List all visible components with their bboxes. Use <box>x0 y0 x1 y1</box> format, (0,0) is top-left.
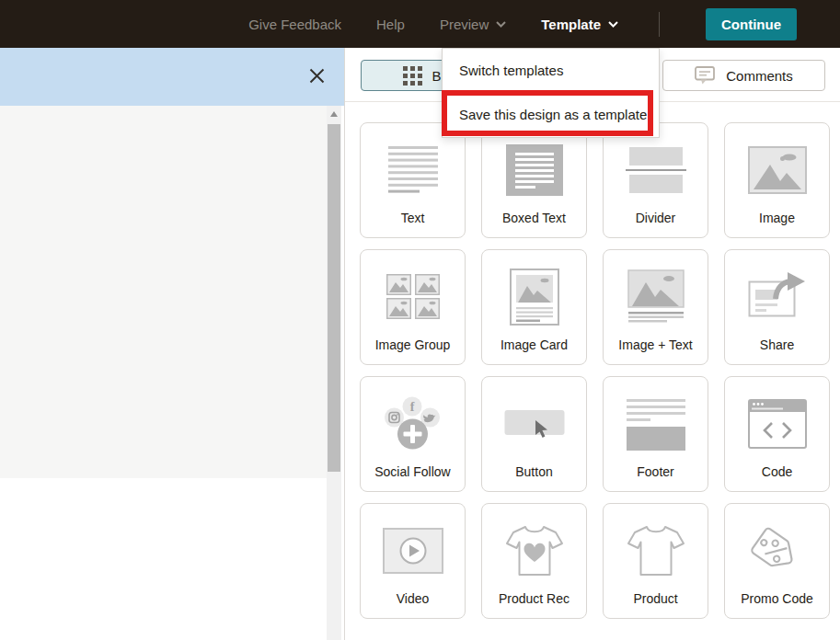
menu-item-label: Save this design as a template <box>459 107 647 122</box>
block-tile-button[interactable]: Button <box>481 376 587 492</box>
block-tile-label: Video <box>397 591 430 606</box>
block-tile-label: Boxed Text <box>502 211 566 225</box>
product-icon <box>604 504 708 591</box>
template-menu-button[interactable]: Template <box>541 17 618 32</box>
block-tile-image-text[interactable]: Image + Text <box>603 249 708 365</box>
preview-label: Preview <box>440 17 489 32</box>
topbar-nav: Give Feedback Help Preview Template <box>248 17 618 32</box>
give-feedback-label: Give Feedback <box>248 17 341 32</box>
image-card-icon <box>482 250 586 337</box>
block-tile-share[interactable]: Share <box>724 249 830 365</box>
block-tile-video[interactable]: Video <box>360 503 466 619</box>
grid-icon <box>403 66 422 86</box>
comment-icon <box>695 66 717 86</box>
block-tile-label: Image Group <box>375 337 451 352</box>
block-tile-label: Share <box>760 337 794 352</box>
block-tile-label: Code <box>762 464 792 479</box>
scrollbar-thumb[interactable] <box>328 124 340 472</box>
help-link[interactable]: Help <box>376 17 405 32</box>
image-plus-text-icon <box>604 250 708 337</box>
image-icon <box>725 123 829 211</box>
email-canvas <box>0 106 327 478</box>
code-icon <box>725 377 829 464</box>
image-group-icon <box>361 250 465 337</box>
topbar: Give Feedback Help Preview Template Cont… <box>0 0 840 48</box>
product-rec-icon <box>482 504 586 591</box>
block-tile-product-rec[interactable]: Product Rec <box>481 503 587 619</box>
scroll-up-arrow-icon <box>330 111 338 117</box>
notification-banner <box>0 48 344 106</box>
block-tile-label: Image Card <box>501 337 568 352</box>
scrollbar[interactable] <box>327 106 341 640</box>
tab-comments-label: Comments <box>726 68 793 84</box>
close-icon[interactable] <box>309 68 325 84</box>
topbar-divider <box>659 12 660 37</box>
block-tile-divider[interactable]: Divider <box>603 122 708 238</box>
menu-item-switch-templates[interactable]: Switch templates <box>443 49 659 92</box>
block-tile-image-card[interactable]: Image Card <box>481 249 587 365</box>
block-tile-boxed-text[interactable]: Boxed Text <box>481 122 587 238</box>
block-tile-label: Product <box>633 591 677 606</box>
preview-menu-button[interactable]: Preview <box>440 17 506 32</box>
design-preview-pane <box>0 48 344 640</box>
button-icon <box>482 377 586 464</box>
continue-button[interactable]: Continue <box>706 8 797 40</box>
block-tile-label: Product Rec <box>499 591 570 606</box>
block-tile-social-follow[interactable]: fSocial Follow <box>360 376 466 492</box>
block-tile-code[interactable]: Code <box>724 376 830 492</box>
block-tile-label: Image <box>759 211 795 225</box>
block-tile-label: Button <box>515 464 552 479</box>
share-icon <box>725 250 829 337</box>
template-dropdown-menu: Switch templates Save this design as a t… <box>442 48 660 138</box>
promo-code-icon <box>725 504 829 591</box>
block-tile-product[interactable]: Product <box>603 503 708 619</box>
template-label: Template <box>541 17 601 32</box>
give-feedback-link[interactable]: Give Feedback <box>248 17 341 32</box>
block-tile-label: Social Follow <box>374 464 450 479</box>
block-tile-footer[interactable]: Footer <box>603 376 708 492</box>
block-tile-image-group[interactable]: Image Group <box>360 249 466 365</box>
block-tile-label: Text <box>401 211 425 225</box>
menu-item-label: Switch templates <box>459 63 563 78</box>
block-tile-label: Promo Code <box>741 591 813 606</box>
block-tile-text[interactable]: Text <box>360 122 466 238</box>
blocks-grid: TextBoxed TextDividerImageImage GroupIma… <box>360 122 830 619</box>
block-tile-label: Footer <box>637 464 673 479</box>
block-tile-image[interactable]: Image <box>724 122 830 238</box>
block-tile-label: Image + Text <box>618 337 692 352</box>
chevron-down-icon <box>496 21 506 28</box>
footer-icon <box>604 377 708 464</box>
chevron-down-icon <box>608 21 618 28</box>
svg-text:f: f <box>409 400 414 414</box>
block-tile-promo-code[interactable]: Promo Code <box>724 503 830 619</box>
help-label: Help <box>376 17 405 32</box>
block-tile-label: Divider <box>636 211 676 225</box>
scroll-up-button[interactable] <box>327 106 341 122</box>
menu-item-save-design-as-template[interactable]: Save this design as a template <box>443 92 659 137</box>
video-icon <box>361 504 465 591</box>
social-follow-icon: f <box>361 377 465 464</box>
tab-comments[interactable]: Comments <box>662 60 825 91</box>
